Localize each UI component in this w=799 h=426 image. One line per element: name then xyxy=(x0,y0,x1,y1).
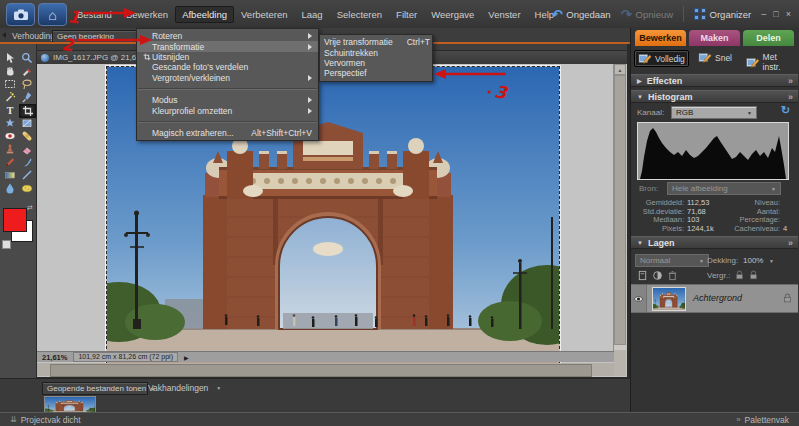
cookie-cutter-tool-button[interactable] xyxy=(2,117,17,129)
zoom-tool-button[interactable] xyxy=(19,52,34,64)
histogram-section-header[interactable]: ▼ Histogram » xyxy=(631,90,798,103)
delete-layer-icon[interactable] xyxy=(667,270,678,281)
menu-item-roteren[interactable]: Roteren xyxy=(137,31,318,41)
zoom-level[interactable]: 21,61% xyxy=(42,353,67,362)
document-icon xyxy=(41,54,49,62)
mode-volledig-button[interactable]: Volledig xyxy=(634,50,689,67)
submenu-item-vervormen[interactable]: Vervormen xyxy=(320,58,432,68)
tab-maken[interactable]: Maken xyxy=(689,30,740,46)
palette-bin-toggle[interactable]: » Palettenvak xyxy=(736,415,789,425)
menu-bewerken[interactable]: Bewerken xyxy=(119,6,175,23)
default-colors-icon[interactable] xyxy=(2,240,11,249)
tab-bewerken[interactable]: Bewerken xyxy=(635,30,686,46)
eye-icon xyxy=(633,295,644,303)
shape-tool-button[interactable] xyxy=(19,169,34,181)
status-options-icon[interactable]: ▶ xyxy=(184,354,189,361)
crop-tool-button[interactable] xyxy=(19,104,36,118)
type-tool-button[interactable]: T xyxy=(2,104,17,116)
collapse-down-icon: ⇊ xyxy=(10,415,17,424)
submenu-item-schuintrekken[interactable]: Schuintrekken xyxy=(320,47,432,57)
move-tool-button[interactable] xyxy=(2,52,17,64)
home-button[interactable]: ⌂ xyxy=(38,3,67,26)
menu-filter[interactable]: Filter xyxy=(389,6,424,23)
vertical-scrollbar[interactable]: ▲ ▼ xyxy=(613,64,626,362)
lagen-section-header[interactable]: ▼ Lagen » xyxy=(631,236,798,249)
panel-menu-icon[interactable]: » xyxy=(788,92,792,102)
menu-item-modus[interactable]: Modus xyxy=(137,95,318,105)
refresh-histogram-icon[interactable]: ↻ xyxy=(781,104,790,117)
camera-button[interactable] xyxy=(6,3,35,26)
eyedropper-tool-button[interactable] xyxy=(19,65,34,77)
blur-tool-button[interactable] xyxy=(2,182,17,194)
show-open-files-dropdown[interactable]: Geopende bestanden tonen ▼ xyxy=(42,382,148,395)
menu-selecteren[interactable]: Selecteren xyxy=(330,6,389,23)
submenu-item-perspectief[interactable]: Perspectief xyxy=(320,68,432,78)
blend-mode-dropdown[interactable]: Normaal ▼ xyxy=(635,254,709,267)
kanaal-dropdown[interactable]: RGB ▼ xyxy=(671,106,757,119)
adjustment-layer-icon[interactable] xyxy=(652,270,663,281)
vertical-scroll-thumb[interactable] xyxy=(614,75,626,345)
collapse-options-icon[interactable] xyxy=(2,32,6,38)
menu-item-kleurprofiel-omzetten[interactable]: Kleurprofiel omzetten xyxy=(137,105,318,115)
menu-verbeteren[interactable]: Verbeteren xyxy=(234,6,294,23)
menu-venster[interactable]: Venster xyxy=(481,6,527,23)
close-button[interactable]: × xyxy=(786,9,791,19)
lock-all-icon[interactable] xyxy=(749,270,758,280)
menu-item-uitsnijden[interactable]: Uitsnijden xyxy=(137,52,318,62)
healing-brush-tool-button[interactable] xyxy=(19,130,34,142)
layer-thumbnail[interactable] xyxy=(652,287,686,311)
panel-menu-icon[interactable]: » xyxy=(788,76,792,86)
document-size-info[interactable]: 101,92 cm x 81,26 cm (72 ppi) xyxy=(73,352,178,362)
menu-item-magisch-extraheren[interactable]: Magisch extraheren...Alt+Shift+Ctrl+V xyxy=(137,128,318,138)
tab-delen[interactable]: Delen xyxy=(743,30,794,46)
layer-visibility-toggle[interactable] xyxy=(631,285,647,312)
swap-colors-icon[interactable]: ⇄ xyxy=(27,204,33,212)
maximize-button[interactable]: □ xyxy=(773,9,778,19)
bron-dropdown[interactable]: Hele afbeelding ▼ xyxy=(667,182,781,195)
bin-actions-button[interactable]: Vakhandelingen ▼ xyxy=(148,383,221,393)
horizontal-scroll-thumb[interactable] xyxy=(50,364,592,377)
dekking-value[interactable]: 100% xyxy=(743,256,763,265)
new-layer-icon[interactable] xyxy=(637,270,648,281)
menu-afbeelding[interactable]: Afbeelding xyxy=(175,6,234,23)
panel-menu-icon[interactable]: » xyxy=(788,238,792,248)
resize-grip[interactable] xyxy=(614,350,626,376)
menu-weergave[interactable]: Weergave xyxy=(424,6,481,23)
hand-tool-button[interactable] xyxy=(2,65,17,77)
histogram-stats: Gemiddeld:112,53 Niveau: Std.deviatie:71… xyxy=(635,199,797,233)
effecten-section-header[interactable]: ▶ Effecten » xyxy=(631,74,798,87)
mode-snel-button[interactable]: Snel xyxy=(695,50,735,65)
clone-stamp-tool-button[interactable] xyxy=(2,143,17,155)
menu-item-transformatie[interactable]: Transformatie xyxy=(137,41,318,51)
red-eye-tool-button[interactable] xyxy=(2,130,17,142)
undo-button[interactable]: ↶ Ongedaan xyxy=(551,7,610,22)
horizontal-scrollbar[interactable] xyxy=(37,363,615,376)
organizer-button[interactable]: Organizer xyxy=(694,8,751,20)
brush-icon xyxy=(4,156,16,168)
menu-laag[interactable]: Laag xyxy=(295,6,330,23)
recompose-tool-button[interactable] xyxy=(19,117,34,129)
magic-wand-tool-button[interactable] xyxy=(2,91,17,103)
project-bin-toggle[interactable]: ⇊ Projectvak dicht xyxy=(10,415,81,425)
scroll-up-icon[interactable]: ▲ xyxy=(614,64,626,75)
lock-transparency-icon[interactable] xyxy=(735,270,744,280)
smart-brush-tool-button[interactable] xyxy=(19,156,34,168)
menu-bestand[interactable]: Bestand xyxy=(70,6,119,23)
minimize-button[interactable]: – xyxy=(761,9,766,19)
layer-row-achtergrond[interactable]: Achtergrond xyxy=(631,284,798,313)
brush-tool-button[interactable] xyxy=(2,156,17,168)
sponge-tool-button[interactable] xyxy=(19,182,34,194)
menu-item-vergroten-verkleinen[interactable]: Vergroten/verkleinen xyxy=(137,73,318,83)
layer-name[interactable]: Achtergrond xyxy=(693,293,742,303)
marquee-tool-button[interactable] xyxy=(2,78,17,90)
eraser-tool-button[interactable] xyxy=(19,143,34,155)
submenu-item-vrije-transformatie[interactable]: Vrije transformatieCtrl+T xyxy=(320,37,432,47)
redo-button[interactable]: ↷ Opnieuw xyxy=(621,7,673,22)
mode-met-instr-button[interactable]: Met instr. xyxy=(743,50,799,74)
foreground-color-swatch[interactable] xyxy=(3,208,27,232)
lasso-tool-button[interactable] xyxy=(19,78,34,90)
selection-brush-tool-button[interactable] xyxy=(19,91,34,103)
menu-item-gescande-fotos-verdelen[interactable]: Gescande foto's verdelen xyxy=(137,62,318,72)
aspect-ratio-dropdown[interactable]: Geen beperking ▼ xyxy=(52,30,146,43)
gradient-tool-button[interactable] xyxy=(2,169,17,181)
